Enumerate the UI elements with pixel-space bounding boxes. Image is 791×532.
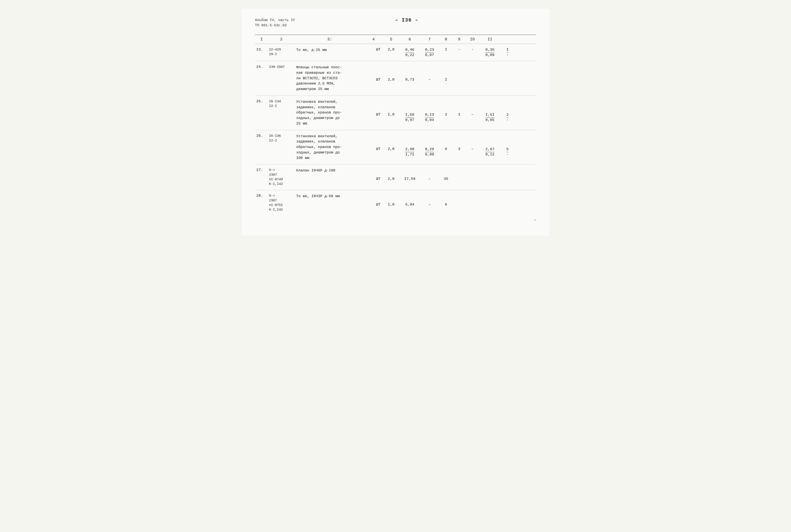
row-27-col9 [453, 168, 466, 168]
row-26-col8: 6 [439, 133, 453, 152]
page-number: – I36 – [395, 18, 418, 23]
row-25-num: 25. [255, 99, 268, 104]
row-27-code: П-т2307пI-0749К-I,I42 [268, 168, 295, 187]
row-26-col9: 3 [453, 133, 466, 152]
row-27-desc: Клапан I6Ч6Р д-I00 [295, 168, 365, 174]
col-10-header: IO [466, 37, 479, 41]
row-27-col8: 35 [439, 168, 453, 182]
row-23-col8: I [439, 47, 453, 52]
row-27-col7: – [420, 168, 439, 182]
row-23-col6: 0,46 0,22 [400, 47, 420, 58]
table-body: 23. 22-42929-I То же, д-25 мм ШТ 2,0 0,4… [255, 44, 536, 215]
col-12-header [501, 37, 514, 41]
row-26-num: 26. [255, 133, 268, 138]
row-27-unit: ШТ [365, 168, 382, 182]
row-25-col12: 2 - [501, 99, 514, 123]
tp-code: ТП 901-5-53с.93 [255, 23, 295, 28]
row-27-col12 [501, 168, 514, 168]
row-28-unit: ШТ [365, 193, 382, 207]
row-26-col12: 5 - [501, 133, 514, 157]
row-24-col8: I [439, 64, 453, 82]
row-26-col6: 2,98 I,7I [400, 133, 420, 157]
col-6-header: 6 [400, 37, 420, 41]
row-23-col5: 2,0 [382, 47, 400, 52]
col-5-header: 5 [382, 37, 400, 41]
table-row: 28. П-т2307пI-075IК-I,I42 То же, I6Ч3Р д… [255, 190, 536, 215]
row-26-unit: ШТ [365, 133, 382, 152]
row-23-code: 22-42929-I [268, 47, 295, 57]
row-23-col9: - [453, 47, 466, 52]
row-26-col11: 2,67 0,I2 [479, 133, 501, 157]
row-23-col12: I - [501, 47, 514, 58]
row-28-desc: То же, I6Ч3Р д-50 мм [295, 193, 365, 200]
row-26-col7: 0,29 0,09 [420, 133, 439, 157]
col-9-header: 9 [453, 37, 466, 41]
col-4-header: 4 [365, 37, 382, 41]
row-28-num: 28. [255, 193, 268, 198]
table-row: 24. I30-I807 Фланцы стальные плос-кие пр… [255, 61, 536, 96]
row-24-num: 24. [255, 64, 268, 69]
row-23-desc: То же, д-25 мм [295, 47, 365, 53]
row-24-col9 [453, 64, 466, 65]
row-24-col12 [501, 64, 514, 65]
row-27-num: 27. [255, 168, 268, 173]
row-23-col11: 0,35 0,09 [479, 47, 501, 58]
row-27-col11 [479, 168, 501, 168]
col-2-header: 2 [268, 37, 295, 41]
row-28-col10 [466, 193, 479, 194]
row-27-col6: I7,59 [400, 168, 420, 182]
col-3-header: 3: [295, 37, 365, 41]
row-25-col7: 0,I3 0,04 [420, 99, 439, 123]
row-28-col9 [453, 193, 466, 194]
row-27-col10 [466, 168, 479, 168]
table-row: 25. I6-I34I2-I Установка вентилей,задвиж… [255, 96, 536, 130]
page-header: Альбом IV, часть IУ ТП 901-5-53с.93 – I3… [255, 18, 536, 28]
album-title: Альбом IV, часть IУ [255, 18, 295, 23]
table-row: 27. П-т2307пI-0749К-I,I42 Клапан I6Ч6Р д… [255, 165, 536, 190]
row-23-num: 23. [255, 47, 268, 52]
col-11-header: II [479, 37, 501, 41]
col-1-header: I [255, 37, 268, 41]
row-23-unit: ШТ [365, 47, 382, 52]
col-7-header: 7 [420, 37, 439, 41]
row-23-col7: 0,23 0,07 [420, 47, 439, 58]
row-25-desc: Установка вентилей,задвижек, клапановобр… [295, 99, 365, 127]
row-24-col6: 0,73 [400, 64, 420, 82]
row-24-col11 [479, 64, 501, 65]
row-28-col12 [501, 193, 514, 194]
row-26-col5: 2,0 [382, 133, 400, 152]
row-24-col5: 2,0 [382, 64, 400, 82]
row-25-unit: ШТ [365, 99, 382, 117]
col-8-header: 8 [439, 37, 453, 41]
row-25-code: I6-I34I2-I [268, 99, 295, 109]
row-25-col10: – [466, 99, 479, 117]
row-25-col6: I,68 0,97 [400, 99, 420, 123]
header-left-text: Альбом IV, часть IУ ТП 901-5-53с.93 [255, 18, 295, 28]
row-28-col8: 6 [439, 193, 453, 207]
row-26-col10: – [466, 133, 479, 152]
row-24-code: I30-I807 [268, 64, 295, 70]
column-headers: I 2 3: 4 5 6 7 8 9 IO II [255, 35, 536, 44]
row-24-col7: – [420, 64, 439, 82]
row-24-col10 [466, 64, 479, 65]
table-row: 26. I6-I36I2-2 Установка вентилей,задвиж… [255, 130, 536, 165]
row-28-col5: I,0 [382, 193, 400, 207]
page-container: Альбом IV, часть IУ ТП 901-5-53с.93 – I3… [242, 9, 549, 235]
row-24-unit: ШТ [365, 64, 382, 82]
row-27-col5: 2,0 [382, 168, 400, 182]
row-28-col6: 5,94 [400, 193, 420, 207]
row-26-code: I6-I36I2-2 [268, 133, 295, 144]
page-bottom-arrow: → [255, 215, 536, 222]
row-25-col11: I,5I 0,05 [479, 99, 501, 123]
table-row: 23. 22-42929-I То же, д-25 мм ШТ 2,0 0,4… [255, 44, 536, 61]
row-25-col9: I [453, 99, 466, 117]
row-23-col10: - [466, 47, 479, 52]
row-28-col7: – [420, 193, 439, 207]
row-25-col8: 2 [439, 99, 453, 117]
row-28-col11 [479, 193, 501, 194]
row-28-code: П-т2307пI-075IК-I,I42 [268, 193, 295, 212]
row-26-desc: Установка вентилей,задвижек, клапановобр… [295, 133, 365, 162]
row-25-col5: I,0 [382, 99, 400, 117]
row-24-desc: Фланцы стальные плос-кие приварные из ст… [295, 64, 365, 92]
